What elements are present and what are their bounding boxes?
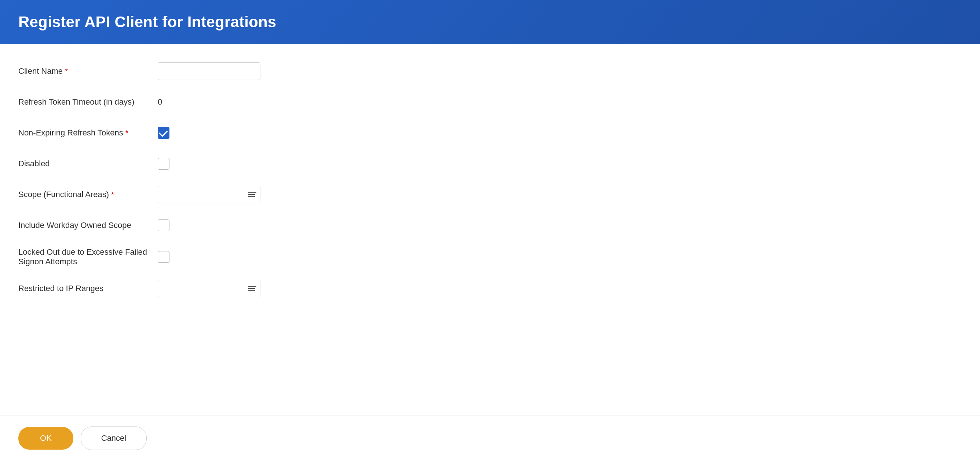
label-client-name-text: Client Name: [18, 67, 63, 76]
field-scope-functional-areas: Scope (Functional Areas) *: [18, 186, 962, 203]
label-non-expiring-refresh-tokens: Non-Expiring Refresh Tokens *: [18, 128, 158, 138]
field-client-name: Client Name *: [18, 62, 962, 80]
locked-out-checkbox[interactable]: [158, 251, 169, 263]
refresh-token-timeout-value: 0: [158, 97, 162, 107]
form-container: Client Name * Refresh Token Timeout (in …: [0, 44, 980, 370]
label-restricted-ip-text: Restricted to IP Ranges: [18, 284, 103, 293]
control-refresh-token-timeout: 0: [158, 97, 162, 107]
label-scope-text: Scope (Functional Areas): [18, 190, 109, 199]
label-disabled-text: Disabled: [18, 159, 50, 169]
label-scope-functional-areas: Scope (Functional Areas) *: [18, 190, 158, 199]
label-locked-out: Locked Out due to Excessive Failed Signo…: [18, 247, 158, 266]
label-include-workday-text: Include Workday Owned Scope: [18, 220, 131, 230]
field-refresh-token-timeout: Refresh Token Timeout (in days) 0: [18, 93, 962, 111]
field-disabled: Disabled: [18, 155, 962, 172]
control-locked-out: [158, 251, 169, 263]
label-refresh-token-timeout: Refresh Token Timeout (in days): [18, 97, 158, 107]
label-client-name: Client Name *: [18, 67, 158, 76]
control-disabled: [158, 158, 169, 169]
cancel-button[interactable]: Cancel: [81, 426, 147, 450]
required-star-client-name: *: [65, 67, 68, 76]
label-non-expiring-text: Non-Expiring Refresh Tokens: [18, 128, 123, 138]
label-locked-out-text: Locked Out due to Excessive Failed Signo…: [18, 247, 158, 266]
page-title: Register API Client for Integrations: [18, 13, 276, 31]
spacer: [0, 370, 980, 415]
field-include-workday-owned-scope: Include Workday Owned Scope: [18, 217, 962, 234]
label-include-workday-owned-scope: Include Workday Owned Scope: [18, 220, 158, 230]
page-header: Register API Client for Integrations: [0, 0, 980, 44]
ip-ranges-list-icon: [248, 286, 256, 291]
scope-functional-areas-select[interactable]: [158, 186, 260, 203]
restricted-to-ip-ranges-select[interactable]: [158, 280, 260, 297]
control-client-name: [158, 62, 260, 80]
label-restricted-to-ip-ranges: Restricted to IP Ranges: [18, 284, 158, 293]
scope-list-icon: [248, 192, 256, 197]
control-non-expiring-refresh-tokens: [158, 127, 169, 139]
control-include-workday-owned-scope: [158, 220, 169, 231]
label-disabled: Disabled: [18, 159, 158, 169]
required-star-non-expiring: *: [126, 129, 128, 137]
field-locked-out: Locked Out due to Excessive Failed Signo…: [18, 247, 962, 266]
control-scope-functional-areas: [158, 186, 260, 203]
footer: OK Cancel: [0, 415, 980, 461]
client-name-input[interactable]: [158, 62, 260, 80]
label-refresh-token-timeout-text: Refresh Token Timeout (in days): [18, 97, 134, 107]
control-restricted-to-ip-ranges: [158, 280, 260, 297]
include-workday-owned-scope-checkbox[interactable]: [158, 220, 169, 231]
disabled-checkbox[interactable]: [158, 158, 169, 169]
non-expiring-refresh-tokens-checkbox[interactable]: [158, 127, 169, 139]
required-star-scope: *: [111, 190, 114, 199]
field-non-expiring-refresh-tokens: Non-Expiring Refresh Tokens *: [18, 124, 962, 142]
field-restricted-to-ip-ranges: Restricted to IP Ranges: [18, 280, 962, 297]
ok-button[interactable]: OK: [18, 427, 73, 450]
